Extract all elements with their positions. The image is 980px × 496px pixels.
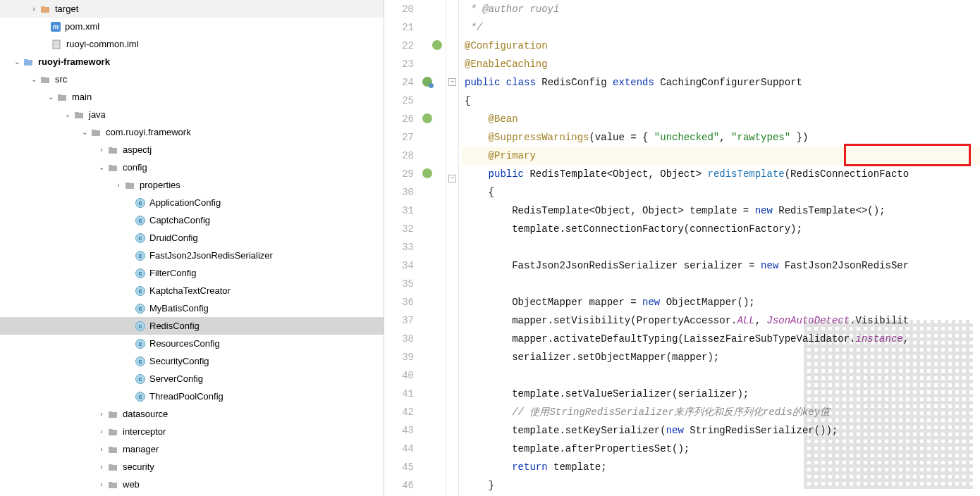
code-line[interactable]: public class RedisConfig extends Caching… — [462, 73, 980, 92]
tree-item-src[interactable]: ⌄src — [0, 70, 384, 88]
code-line[interactable]: template.setKeySerializer(new StringRedi… — [462, 421, 980, 440]
code-line[interactable] — [462, 238, 980, 256]
tree-item-manager[interactable]: ›manager — [0, 440, 384, 458]
fold-collapse-icon[interactable]: − — [448, 175, 456, 182]
line-number: 25 — [384, 92, 414, 110]
code-line[interactable]: // 使用StringRedisSerializer来序列化和反序列化redis… — [462, 403, 980, 421]
chevron-down-icon[interactable]: ⌄ — [11, 56, 23, 68]
gutter-mark-slot — [419, 403, 446, 421]
code-line[interactable] — [462, 366, 980, 385]
toggle-spacer — [124, 338, 135, 349]
tree-item-properties[interactable]: ›properties — [0, 176, 384, 194]
code-line[interactable]: @Primary — [462, 147, 980, 165]
tree-item-fastjson2jsonredisserializer[interactable]: cFastJson2JsonRedisSerializer — [0, 247, 384, 264]
toggle-spacer — [39, 39, 51, 50]
tree-item-ruoyi-framework[interactable]: ⌄ruoyi-framework — [0, 53, 384, 70]
gutter-mark-slot — [419, 421, 446, 440]
code-line[interactable]: ObjectMapper mapper = new ObjectMapper()… — [462, 293, 980, 311]
fold-slot[interactable]: − — [446, 78, 458, 97]
chevron-right-icon[interactable]: › — [96, 461, 107, 473]
chevron-right-icon[interactable]: › — [96, 479, 107, 490]
code-line[interactable]: @SuppressWarnings(value = { "unchecked",… — [462, 128, 980, 147]
code-area[interactable]: * @author ruoyi */@Configuration@EnableC… — [459, 0, 980, 496]
code-line[interactable]: mapper.activateDefaultTyping(LaissezFair… — [462, 330, 980, 348]
code-line[interactable]: return template; — [462, 458, 980, 476]
gutter-mark-slot — [419, 18, 446, 37]
tree-item-threadpoolconfig[interactable]: cThreadPoolConfig — [0, 388, 384, 405]
code-line[interactable]: @Configuration — [462, 37, 980, 55]
code-line[interactable]: } — [462, 476, 980, 495]
tree-item-datasource[interactable]: ›datasource — [0, 405, 384, 423]
line-number: 33 — [384, 238, 414, 256]
spring-bean-icon[interactable] — [422, 113, 432, 123]
chevron-right-icon[interactable]: › — [28, 4, 39, 15]
chevron-right-icon[interactable]: › — [96, 144, 107, 156]
tree-item-captchaconfig[interactable]: cCaptchaConfig — [0, 211, 384, 229]
code-line[interactable]: template.setConnectionFactory(connection… — [462, 220, 980, 238]
toggle-spacer — [124, 391, 135, 402]
chevron-down-icon[interactable]: ⌄ — [62, 109, 73, 120]
gutter-mark-slot — [419, 311, 446, 330]
fold-strip[interactable]: −− — [446, 0, 459, 496]
tree-item-kaptchatextcreator[interactable]: cKaptchaTextCreator — [0, 282, 384, 299]
code-line[interactable]: { — [462, 183, 980, 202]
folder-icon — [107, 426, 118, 438]
chevron-down-icon[interactable]: ⌄ — [45, 92, 56, 103]
tree-item-com-ruoyi-framework[interactable]: ⌄com.ruoyi.framework — [0, 123, 384, 141]
chevron-right-icon[interactable]: › — [96, 426, 107, 438]
code-line[interactable]: RedisTemplate<Object, Object> template =… — [462, 202, 980, 220]
tree-item-resourcesconfig[interactable]: cResourcesConfig — [0, 335, 384, 352]
code-line[interactable]: @EnableCaching — [462, 55, 980, 73]
toggle-spacer — [124, 250, 135, 261]
tree-item-druidconfig[interactable]: cDruidConfig — [0, 229, 384, 247]
tree-item-redisconfig[interactable]: cRedisConfig — [0, 317, 384, 335]
tree-item-main[interactable]: ⌄main — [0, 88, 384, 106]
fold-slot[interactable]: − — [446, 175, 458, 193]
chevron-down-icon[interactable]: ⌄ — [96, 162, 107, 173]
code-line[interactable]: mapper.setVisibility(PropertyAccessor.AL… — [462, 311, 980, 330]
tree-item-serverconfig[interactable]: cServerConfig — [0, 370, 384, 388]
override-icon[interactable] — [432, 40, 442, 50]
project-tree[interactable]: ›targetmpom.xmlruoyi-common.iml⌄ruoyi-fr… — [0, 0, 384, 496]
code-line[interactable]: * @author ruoyi — [462, 0, 980, 18]
spring-bean-icon[interactable] — [422, 168, 432, 178]
tree-item-aspectj[interactable]: ›aspectj — [0, 141, 384, 159]
java-class-icon: c — [135, 374, 145, 384]
code-line[interactable]: serializer.setObjectMapper(mapper); — [462, 348, 980, 366]
gutter-mark-slot — [419, 293, 446, 311]
tree-item-target[interactable]: ›target — [0, 0, 384, 18]
chevron-right-icon[interactable]: › — [113, 180, 124, 191]
gutter-mark-slot — [419, 147, 446, 165]
tree-item-web[interactable]: ›web — [0, 476, 384, 493]
code-line[interactable]: FastJson2JsonRedisSerializer serializer … — [462, 256, 980, 275]
code-line[interactable]: { — [462, 92, 980, 110]
fold-slot — [446, 340, 458, 358]
code-line[interactable] — [462, 275, 980, 293]
code-line[interactable]: */ — [462, 18, 980, 37]
code-line[interactable]: public RedisTemplate<Object, Object> red… — [462, 165, 980, 183]
tree-item-mybatisconfig[interactable]: cMyBatisConfig — [0, 299, 384, 317]
tree-item-config[interactable]: ⌄config — [0, 159, 384, 176]
tree-item-securityconfig[interactable]: cSecurityConfig — [0, 352, 384, 370]
chevron-right-icon[interactable]: › — [96, 444, 107, 455]
chevron-down-icon[interactable]: ⌄ — [79, 127, 90, 138]
line-number: 34 — [384, 256, 414, 275]
chevron-down-icon[interactable]: ⌄ — [28, 74, 39, 85]
fold-slot — [446, 97, 458, 115]
fold-slot — [446, 133, 458, 151]
line-number: 23 — [384, 55, 414, 73]
tree-item-filterconfig[interactable]: cFilterConfig — [0, 264, 384, 282]
chevron-right-icon[interactable]: › — [96, 409, 107, 420]
code-line[interactable]: @Bean — [462, 110, 980, 128]
tree-item-java[interactable]: ⌄java — [0, 106, 384, 123]
implements-icon[interactable] — [422, 77, 432, 87]
code-line[interactable]: template.setValueSerializer(serializer); — [462, 385, 980, 403]
tree-item-ruoyi-common-iml[interactable]: ruoyi-common.iml — [0, 35, 384, 53]
tree-item-pom-xml[interactable]: mpom.xml — [0, 18, 384, 35]
code-line[interactable]: template.afterPropertiesSet(); — [462, 440, 980, 458]
tree-item-interceptor[interactable]: ›interceptor — [0, 423, 384, 440]
tree-item-security[interactable]: ›security — [0, 458, 384, 476]
editor-pane[interactable]: 2021222324252627282930313233343536373839… — [384, 0, 980, 496]
fold-collapse-icon[interactable]: − — [448, 78, 456, 86]
tree-item-applicationconfig[interactable]: cApplicationConfig — [0, 194, 384, 211]
